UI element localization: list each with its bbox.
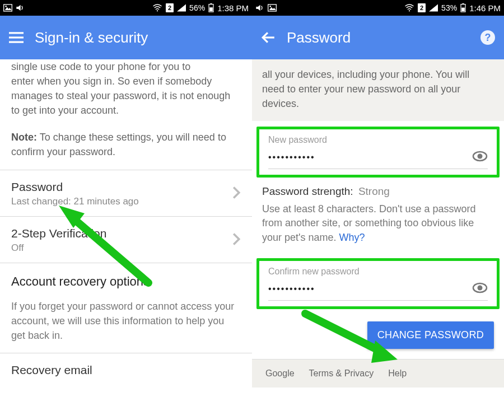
- svg-point-16: [269, 6, 271, 7]
- wifi-icon: [152, 4, 162, 12]
- strength-advice: Use at least 8 characters. Don't use a p…: [252, 201, 504, 253]
- why-link[interactable]: Why?: [339, 232, 365, 243]
- svg-point-2: [5, 6, 7, 7]
- screenshot-left: 2 56% 1:38 PM Sign-in & security single …: [0, 0, 252, 420]
- svg-point-26: [478, 154, 483, 159]
- svg-rect-14: [268, 4, 277, 11]
- confirm-password-label: Confirm new password: [268, 267, 488, 277]
- svg-marker-3: [16, 5, 20, 11]
- new-password-input[interactable]: •••••••••••: [268, 152, 315, 162]
- strength-value: Strong: [358, 185, 390, 197]
- battery-icon: [208, 3, 214, 12]
- page-title: Password: [287, 29, 351, 46]
- help-icon[interactable]: ?: [479, 29, 496, 46]
- svg-rect-10: [9, 36, 24, 38]
- battery-percent: 53%: [441, 3, 457, 12]
- intro-body: enter when you sign in. So even if someb…: [11, 76, 230, 116]
- footer: Google Terms & Privacy Help: [252, 359, 504, 388]
- svg-rect-7: [211, 3, 212, 4]
- svg-marker-5: [177, 4, 186, 12]
- svg-rect-8: [209, 7, 213, 11]
- signal-icon: [429, 4, 438, 12]
- input-underline: [268, 169, 488, 169]
- confirm-password-card: Confirm new password •••••••••••: [256, 258, 500, 309]
- svg-text:?: ?: [485, 32, 491, 43]
- svg-point-17: [409, 10, 410, 11]
- button-row: CHANGE PASSWORD: [252, 309, 504, 359]
- svg-rect-21: [461, 8, 465, 11]
- battery-icon: [460, 3, 466, 12]
- status-bar: 2 53% 1:46 PM: [252, 0, 504, 16]
- svg-marker-1: [5, 7, 12, 10]
- password-sub: Last changed: 21 minutes ago: [11, 196, 139, 207]
- password-title: Password: [11, 180, 139, 194]
- intro-body: all your devices, including your phone. …: [262, 69, 469, 109]
- confirm-password-input[interactable]: •••••••••••: [268, 284, 315, 294]
- back-arrow-icon[interactable]: [260, 29, 277, 46]
- svg-rect-20: [463, 3, 464, 4]
- intro-text: single use code to your phone for you to…: [0, 59, 252, 160]
- two-step-row[interactable]: 2-Step Verification Off: [0, 217, 252, 263]
- signal-icon: [177, 4, 186, 12]
- chevron-right-icon: [232, 232, 241, 248]
- app-bar: Sign-in & security: [0, 16, 252, 59]
- recovery-heading: Account recovery options: [0, 263, 252, 299]
- svg-rect-11: [9, 41, 24, 43]
- clock: 1:38 PM: [217, 3, 249, 13]
- two-step-sub: Off: [11, 242, 106, 254]
- chevron-right-icon: [232, 186, 241, 202]
- sim-icon: 2: [418, 3, 426, 12]
- app-bar: Password ?: [252, 16, 504, 59]
- status-bar: 2 56% 1:38 PM: [0, 0, 252, 16]
- new-password-card: New password •••••••••••: [256, 127, 500, 178]
- svg-marker-15: [269, 7, 276, 10]
- image-icon: [268, 4, 277, 12]
- password-row[interactable]: Password Last changed: 21 minutes ago: [0, 170, 252, 216]
- wifi-icon: [404, 4, 414, 12]
- svg-point-28: [478, 285, 483, 290]
- intro-cut-line: single use code to your phone for you to: [11, 59, 241, 74]
- strength-label: Password strength:: [262, 185, 353, 197]
- recovery-body: If you forget your password or cannot ac…: [0, 299, 252, 353]
- password-strength: Password strength: Strong: [252, 178, 504, 201]
- intro-text: all your devices, including your phone. …: [252, 59, 504, 121]
- change-password-button[interactable]: CHANGE PASSWORD: [367, 321, 494, 349]
- footer-help[interactable]: Help: [388, 368, 407, 379]
- footer-google[interactable]: Google: [265, 368, 295, 379]
- note-label: Note:: [11, 132, 37, 143]
- footer-terms[interactable]: Terms & Privacy: [309, 368, 374, 379]
- volume-icon: [255, 4, 264, 12]
- screenshot-right: 2 53% 1:46 PM Password ? all your: [252, 0, 504, 420]
- svg-rect-0: [4, 4, 12, 11]
- svg-point-4: [157, 10, 158, 11]
- advice-text: Use at least 8 characters. Don't use a p…: [262, 203, 476, 242]
- image-icon: [3, 4, 12, 12]
- svg-rect-9: [9, 32, 24, 34]
- clock: 1:46 PM: [469, 3, 501, 13]
- volume-icon: [16, 4, 25, 12]
- sim-icon: 2: [166, 3, 174, 12]
- recovery-email-heading: Recovery email: [0, 353, 252, 387]
- input-underline: [268, 300, 488, 301]
- note-text: To change these settings, you will need …: [11, 132, 226, 157]
- new-password-label: New password: [268, 135, 488, 145]
- two-step-title: 2-Step Verification: [11, 227, 106, 240]
- svg-marker-13: [256, 5, 260, 11]
- eye-icon[interactable]: [472, 282, 488, 296]
- svg-marker-18: [429, 4, 438, 12]
- battery-percent: 56%: [189, 3, 205, 12]
- hamburger-icon[interactable]: [8, 29, 25, 46]
- page-title: Sign-in & security: [35, 29, 148, 46]
- eye-icon[interactable]: [472, 151, 488, 164]
